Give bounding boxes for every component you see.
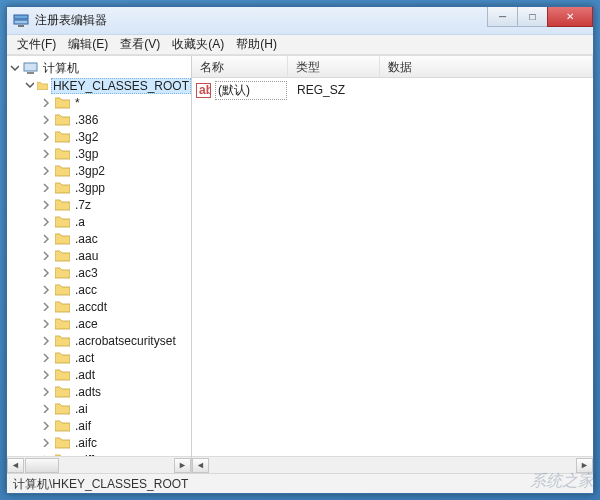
expander-icon[interactable] xyxy=(25,80,34,91)
tree-label[interactable]: .3gpp xyxy=(73,181,107,195)
expander-icon[interactable] xyxy=(41,233,52,244)
tree-node[interactable]: .7z xyxy=(7,196,191,213)
tree-node[interactable]: .ac3 xyxy=(7,264,191,281)
tree-node[interactable]: .ace xyxy=(7,315,191,332)
tree-node[interactable]: * xyxy=(7,94,191,111)
scroll-right-button[interactable]: ► xyxy=(174,458,191,473)
menu-favorites[interactable]: 收藏夹(A) xyxy=(166,34,230,55)
tree-hscrollbar[interactable]: ◄ ► xyxy=(7,456,191,473)
folder-icon xyxy=(55,147,70,160)
tree-node[interactable]: HKEY_CLASSES_ROOT xyxy=(7,77,191,94)
minimize-button[interactable]: ─ xyxy=(487,7,517,27)
value-name[interactable]: (默认) xyxy=(215,81,287,100)
tree-label[interactable]: .ace xyxy=(73,317,100,331)
scroll-thumb[interactable] xyxy=(25,458,59,473)
folder-icon xyxy=(55,181,70,194)
tree-label[interactable]: .act xyxy=(73,351,96,365)
registry-tree[interactable]: 计算机HKEY_CLASSES_ROOT*.386.3g2.3gp.3gp2.3… xyxy=(7,56,191,456)
col-type[interactable]: 类型 xyxy=(288,56,380,77)
menu-edit[interactable]: 编辑(E) xyxy=(62,34,114,55)
folder-icon xyxy=(55,96,70,109)
col-data[interactable]: 数据 xyxy=(380,56,593,77)
tree-label[interactable]: .3g2 xyxy=(73,130,100,144)
tree-label[interactable]: .7z xyxy=(73,198,93,212)
folder-icon xyxy=(55,300,70,313)
tree-label[interactable]: .adts xyxy=(73,385,103,399)
tree-label[interactable]: .aac xyxy=(73,232,100,246)
scroll-left-button[interactable]: ◄ xyxy=(7,458,24,473)
tree-label[interactable]: .accdt xyxy=(73,300,109,314)
tree-label[interactable]: .a xyxy=(73,215,87,229)
scroll-left-button[interactable]: ◄ xyxy=(192,458,209,473)
tree-label[interactable]: .acrobatsecurityset xyxy=(73,334,178,348)
tree-label[interactable]: HKEY_CLASSES_ROOT xyxy=(51,78,191,94)
folder-icon xyxy=(55,113,70,126)
expander-icon[interactable] xyxy=(41,114,52,125)
tree-node[interactable]: .act xyxy=(7,349,191,366)
tree-label[interactable]: .adt xyxy=(73,368,97,382)
tree-label[interactable]: .ac3 xyxy=(73,266,100,280)
expander-icon[interactable] xyxy=(41,199,52,210)
tree-node[interactable]: .accdt xyxy=(7,298,191,315)
tree-label[interactable]: * xyxy=(73,96,82,110)
tree-label[interactable]: .acc xyxy=(73,283,99,297)
tree-node[interactable]: .3gp2 xyxy=(7,162,191,179)
tree-node[interactable]: .aif xyxy=(7,417,191,434)
value-row[interactable]: ab (默认) REG_SZ xyxy=(196,81,589,99)
expander-icon[interactable] xyxy=(41,284,52,295)
tree-node[interactable]: .adts xyxy=(7,383,191,400)
tree-label[interactable]: .386 xyxy=(73,113,100,127)
tree-node[interactable]: .aifc xyxy=(7,434,191,451)
tree-node[interactable]: .3g2 xyxy=(7,128,191,145)
expander-icon[interactable] xyxy=(41,318,52,329)
scroll-right-button[interactable]: ► xyxy=(576,458,593,473)
close-button[interactable]: ✕ xyxy=(547,7,593,27)
expander-icon[interactable] xyxy=(41,267,52,278)
tree-node[interactable]: .3gpp xyxy=(7,179,191,196)
maximize-button[interactable]: □ xyxy=(517,7,547,27)
tree-node[interactable]: .ai xyxy=(7,400,191,417)
expander-icon[interactable] xyxy=(41,250,52,261)
expander-icon[interactable] xyxy=(41,386,52,397)
tree-node[interactable]: .acc xyxy=(7,281,191,298)
tree-label[interactable]: .aau xyxy=(73,249,100,263)
expander-icon[interactable] xyxy=(41,165,52,176)
expander-icon[interactable] xyxy=(41,437,52,448)
tree-label[interactable]: .aifc xyxy=(73,436,99,450)
expander-icon[interactable] xyxy=(41,148,52,159)
tree-node[interactable]: .386 xyxy=(7,111,191,128)
folder-icon xyxy=(55,198,70,211)
menu-view[interactable]: 查看(V) xyxy=(114,34,166,55)
tree-label[interactable]: 计算机 xyxy=(41,60,81,77)
col-name[interactable]: 名称 xyxy=(192,56,288,77)
tree-node[interactable]: 计算机 xyxy=(7,60,191,77)
svg-rect-4 xyxy=(27,72,34,74)
titlebar[interactable]: 注册表编辑器 ─ □ ✕ xyxy=(7,7,593,35)
expander-icon[interactable] xyxy=(41,420,52,431)
tree-node[interactable]: .3gp xyxy=(7,145,191,162)
tree-label[interactable]: .3gp2 xyxy=(73,164,107,178)
tree-node[interactable]: .acrobatsecurityset xyxy=(7,332,191,349)
expander-icon[interactable] xyxy=(41,301,52,312)
menu-file[interactable]: 文件(F) xyxy=(11,34,62,55)
tree-node[interactable]: .aau xyxy=(7,247,191,264)
tree-label[interactable]: .3gp xyxy=(73,147,100,161)
tree-node[interactable]: .aac xyxy=(7,230,191,247)
expander-icon[interactable] xyxy=(41,403,52,414)
tree-node[interactable]: .a xyxy=(7,213,191,230)
expander-icon[interactable] xyxy=(41,131,52,142)
expander-icon[interactable] xyxy=(41,369,52,380)
folder-icon xyxy=(55,334,70,347)
list-hscrollbar[interactable]: ◄ ► xyxy=(192,456,593,473)
tree-label[interactable]: .aif xyxy=(73,419,93,433)
expander-icon[interactable] xyxy=(41,182,52,193)
menu-help[interactable]: 帮助(H) xyxy=(230,34,283,55)
tree-node[interactable]: .adt xyxy=(7,366,191,383)
expander-icon[interactable] xyxy=(41,352,52,363)
list-body[interactable]: ab (默认) REG_SZ xyxy=(192,78,593,456)
expander-icon[interactable] xyxy=(9,63,20,74)
expander-icon[interactable] xyxy=(41,216,52,227)
expander-icon[interactable] xyxy=(41,335,52,346)
tree-label[interactable]: .ai xyxy=(73,402,90,416)
expander-icon[interactable] xyxy=(41,97,52,108)
